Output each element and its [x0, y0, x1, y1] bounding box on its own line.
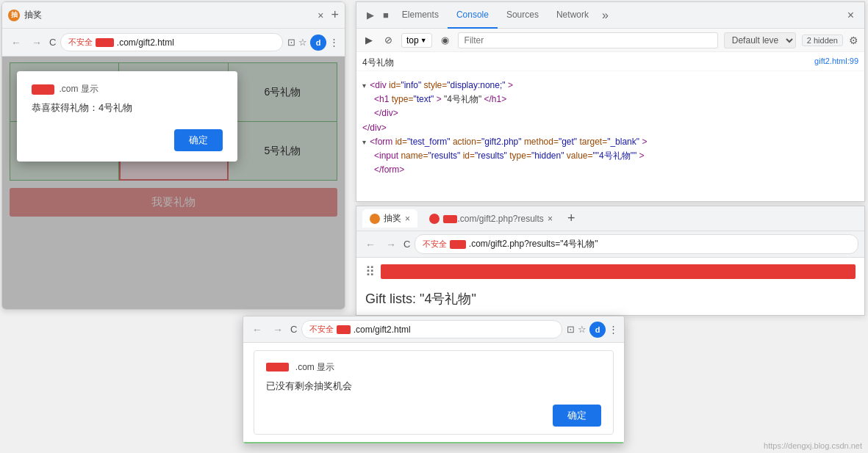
collapse-triangle-0[interactable]: ▾	[362, 81, 366, 90]
tab2-close[interactable]: ×	[548, 214, 553, 224]
devtools-panel: ▶ ■ Elements Console Sources Network » ×…	[356, 1, 865, 202]
site-badge-left	[32, 84, 54, 95]
profile-avatar-left[interactable]: d	[310, 35, 326, 51]
address-bar-bottom[interactable]: 不安全 .com/gift2.html	[301, 320, 562, 338]
url-domain-left: .com/gift2.html	[117, 37, 174, 48]
grid-strip-bottom	[243, 442, 624, 444]
tab1-close[interactable]: ×	[405, 214, 410, 224]
hidden-count-badge: 2 hidden	[802, 35, 843, 46]
forward-btn-bottom[interactable]: →	[270, 322, 286, 337]
tab2-label: .com/gift2.php?results	[443, 214, 544, 224]
watermark: https://dengxj.blog.csdn.net	[764, 441, 862, 450]
toolbar-left: ← → C 不安全 .com/gift2.html ⊡ ☆ d ⋮	[2, 29, 345, 57]
insecure-label: 不安全	[68, 37, 93, 48]
block-icon[interactable]: ⊘	[381, 33, 395, 47]
log-level-select[interactable]: Default leve	[724, 32, 796, 48]
profile-avatar-bottom[interactable]: d	[589, 322, 606, 338]
run-script-icon[interactable]: ▶	[362, 33, 376, 47]
eye-icon[interactable]: ◉	[438, 33, 452, 47]
browser-content-right: ⠿	[356, 258, 864, 286]
alert-confirm-btn-left[interactable]: 确定	[174, 129, 223, 151]
dom-line-4: ▾ <form id="test_form" action="gift2.php…	[362, 135, 858, 149]
tab-results-right[interactable]: .com/gift2.php?results ×	[422, 211, 560, 227]
forward-button[interactable]: →	[29, 35, 45, 50]
titlebar-left: 抽 抽奖 × +	[2, 2, 345, 29]
tab1-label: 抽奖	[384, 212, 401, 225]
console-filter-input[interactable]	[458, 32, 718, 48]
alert-title-left: .com 显示	[32, 83, 223, 95]
browser-window-results: 抽奖 × .com/gift2.php?results × + ← → C 不安…	[356, 206, 865, 316]
site-suffix-bottom: .com 显示	[295, 362, 334, 372]
toolbar-right: ← → C 不安全 .com/gift2.php?results="4号礼物"	[356, 231, 864, 258]
devtools-cursor-icon[interactable]: ▶	[362, 10, 379, 21]
url-redact-right	[450, 240, 465, 249]
menu-icon-left[interactable]: ⋮	[329, 37, 339, 48]
toolbar-bottom: ← → C 不安全 .com/gift2.html ⊡ ☆ d ⋮	[243, 316, 624, 343]
url-suffix-right: .com/gift2.php?results="4号礼物"	[469, 238, 598, 250]
tab-network[interactable]: Network	[548, 2, 598, 29]
tab-add-lottery[interactable]: +	[331, 7, 339, 23]
url-suffix-bottom: .com/gift2.html	[354, 325, 411, 335]
toolbar-icons-bottom: ⊡ ☆ d ⋮	[567, 322, 618, 338]
devtools-tabbar: ▶ ■ Elements Console Sources Network » ×	[356, 2, 864, 29]
console-toolbar: ▶ ⊘ top ▼ ◉ Default leve 2 hidden ⚙	[356, 29, 864, 52]
dom-line-1: <h1 type="text" > "4号礼物" </h1>	[362, 93, 858, 106]
alert-dialog-left: .com 显示 恭喜获得礼物：4号礼物 确定	[17, 71, 237, 162]
site-badge-bottom	[266, 363, 289, 372]
favicon-tab2	[429, 214, 440, 224]
forward-btn-right[interactable]: →	[383, 237, 399, 252]
tab-lottery-right[interactable]: 抽奖 ×	[362, 209, 417, 228]
address-bar-left[interactable]: 不安全 .com/gift2.html	[60, 33, 283, 51]
collapse-triangle-1[interactable]: ▾	[362, 138, 366, 146]
dom-line-3: </div>	[362, 121, 858, 135]
tab-close-lottery[interactable]: ×	[318, 10, 323, 21]
browser-window-lottery: 抽 抽奖 × + ← → C 不安全 .com/gift2.html ⊡ ☆ d…	[1, 1, 345, 310]
tab-elements[interactable]: Elements	[393, 2, 448, 29]
star-icon[interactable]: ☆	[298, 37, 307, 48]
translate-icon[interactable]: ⊡	[287, 37, 295, 48]
favicon-tab1	[370, 214, 380, 224]
devtools-close-button[interactable]: ×	[843, 9, 858, 22]
alert-site-suffix-left: .com 显示	[59, 83, 98, 95]
url-redact-left	[96, 38, 113, 47]
star-icon-bottom[interactable]: ☆	[578, 324, 587, 335]
translate-icon-bottom[interactable]: ⊡	[567, 324, 575, 335]
context-dropdown-icon: ▼	[420, 37, 427, 44]
console-output: 4号礼物 gift2.html:99	[356, 52, 864, 74]
alert-confirm-btn-bottom[interactable]: 确定	[553, 405, 601, 427]
console-source-0[interactable]: gift2.html:99	[814, 57, 858, 65]
reload-button[interactable]: C	[49, 37, 56, 48]
alert-message-left: 恭喜获得礼物：4号礼物	[32, 101, 223, 115]
back-button[interactable]: ←	[8, 35, 24, 50]
back-btn-bottom[interactable]: ←	[249, 322, 265, 337]
context-selector[interactable]: top ▼	[401, 33, 432, 48]
address-bar-right[interactable]: 不安全 .com/gift2.php?results="4号礼物"	[415, 234, 858, 254]
console-message-0: 4号礼物	[362, 57, 814, 69]
dom-line-5: <input name="results" id="results" type=…	[362, 149, 858, 163]
reload-btn-right[interactable]: C	[403, 239, 410, 250]
insecure-right: 不安全	[423, 239, 447, 250]
titlebar-right: 抽奖 × .com/gift2.php?results × +	[356, 206, 864, 231]
dom-line-2: </div>	[362, 106, 858, 120]
tab-console[interactable]: Console	[448, 2, 498, 29]
alert-message-bottom: 已没有剩余抽奖机会	[266, 380, 601, 393]
tab-title-lottery: 抽奖	[24, 9, 313, 21]
context-label: top	[406, 35, 419, 46]
dots-icon-right: ⠿	[365, 264, 375, 280]
reload-btn-bottom[interactable]: C	[290, 324, 297, 335]
dom-inspector: ▾ <div id="info" style="display:none;" >…	[356, 74, 864, 181]
devtools-more-icon[interactable]: »	[598, 9, 613, 22]
dom-line-0: ▾ <div id="info" style="display:none;" >	[362, 79, 858, 93]
alert-title-bottom: .com 显示	[266, 360, 601, 374]
tab-sources[interactable]: Sources	[498, 2, 548, 29]
devtools-pick-icon[interactable]: ■	[379, 10, 393, 21]
console-settings-icon[interactable]: ⚙	[849, 35, 858, 46]
insecure-bottom: 不安全	[309, 324, 334, 335]
browser-window-bottom: ← → C 不安全 .com/gift2.html ⊡ ☆ d ⋮ .com 显…	[243, 316, 625, 444]
alert-overlay-left: .com 显示 恭喜获得礼物：4号礼物 确定	[2, 57, 345, 309]
tab-add-right[interactable]: +	[567, 211, 575, 226]
menu-icon-bottom[interactable]: ⋮	[609, 324, 618, 335]
dom-line-6: </form>	[362, 163, 858, 177]
dom-tag-div: <div	[370, 80, 389, 90]
back-btn-right[interactable]: ←	[362, 237, 379, 252]
